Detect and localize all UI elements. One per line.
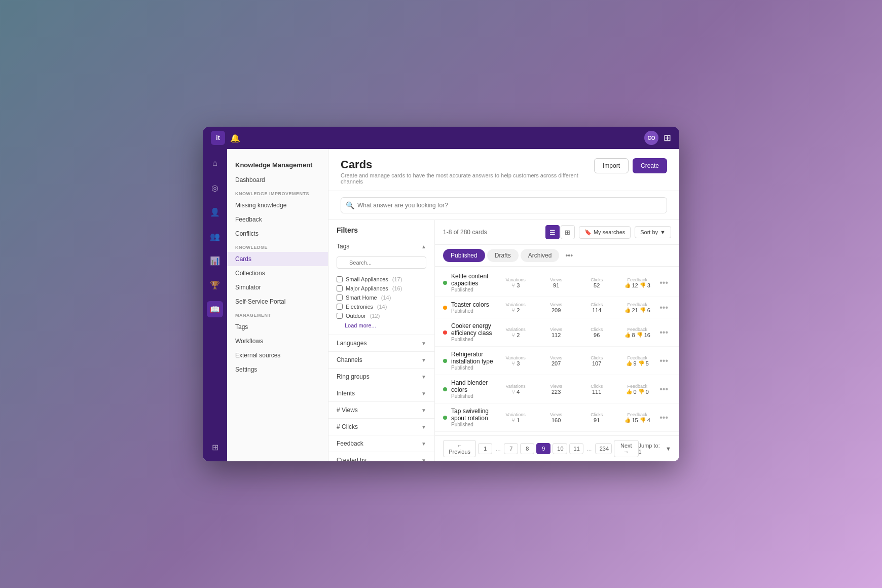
title-bar: it 🔔 CO ⊞ — [203, 127, 679, 149]
two-col-layout: Filters Tags ▲ 🔍 — [328, 220, 679, 461]
page-btn-11[interactable]: 11 — [569, 443, 583, 454]
filter-tags-header[interactable]: Tags ▲ — [328, 238, 434, 254]
grid-icon[interactable]: ⊞ — [664, 132, 671, 143]
page-btn-9[interactable]: 9 — [536, 443, 550, 454]
card-name: Toaster colors — [451, 301, 496, 308]
variation-icon: ⑂ — [511, 417, 515, 423]
tag-checkbox-4[interactable] — [337, 313, 343, 319]
card-more-button[interactable]: ••• — [656, 384, 671, 395]
page-btn-10[interactable]: 10 — [553, 443, 567, 454]
grid-view-button[interactable]: ⊞ — [561, 225, 575, 239]
tab-published[interactable]: Published — [443, 249, 485, 262]
card-more-button[interactable]: ••• — [656, 327, 671, 338]
sort-button[interactable]: Sort by ▼ — [635, 226, 671, 238]
sidebar-item-missing[interactable]: Missing knowledge — [227, 198, 328, 212]
sort-label: Sort by — [640, 229, 658, 235]
filter-views-header[interactable]: # Views ▼ — [328, 402, 434, 418]
jump-to-label: Jump to: 1 — [639, 443, 663, 455]
card-main: Tap swivelling spout rotation Published — [451, 408, 496, 427]
bookmark-icon: 🔖 — [584, 229, 592, 236]
sidebar-item-settings[interactable]: Settings — [227, 362, 328, 377]
sidebar-item-feedback[interactable]: Feedback — [227, 212, 328, 227]
card-more-button[interactable]: ••• — [656, 277, 671, 288]
feedback-label: Feedback — [622, 302, 652, 307]
tag-checkbox-1[interactable] — [337, 285, 343, 291]
thumbs-down-icon: 👎 — [637, 332, 643, 338]
variations-label: Variations — [500, 277, 531, 282]
nav-analytics-icon[interactable]: ◎ — [207, 179, 223, 196]
table-row: Kettle content capacities Published Vari… — [435, 269, 679, 297]
card-more-button[interactable]: ••• — [656, 355, 671, 366]
page-btn-8[interactable]: 8 — [520, 443, 534, 454]
thumbs-up-icon: 👍 — [624, 282, 631, 288]
thumbs-down-icon: 👎 — [640, 282, 646, 288]
tag-count-2: (14) — [381, 295, 391, 301]
filter-ringgroups-header[interactable]: Ring groups ▼ — [328, 369, 434, 385]
nav-users-icon[interactable]: 👤 — [207, 204, 223, 220]
notification-icon[interactable]: 🔔 — [230, 133, 240, 143]
filter-languages-header[interactable]: Languages ▼ — [328, 335, 434, 351]
filter-clicks-header[interactable]: # Clicks ▼ — [328, 419, 434, 435]
sidebar-collections-label: Collections — [235, 270, 265, 277]
card-feedback: Feedback 👍 9 👎 5 — [622, 355, 652, 366]
filter-section-clicks: # Clicks ▼ — [328, 419, 434, 435]
sidebar-item-cards[interactable]: Cards — [227, 252, 328, 266]
tag-checkbox-2[interactable] — [337, 295, 343, 301]
tab-drafts[interactable]: Drafts — [487, 249, 519, 262]
tags-search-input[interactable] — [337, 256, 426, 269]
page-btn-1[interactable]: 1 — [478, 443, 492, 454]
nav-grid-icon[interactable]: ⊞ — [207, 439, 223, 455]
list-view-button[interactable]: ☰ — [545, 225, 560, 239]
avatar[interactable]: CO — [644, 131, 658, 145]
import-button[interactable]: Import — [594, 158, 629, 173]
nav-trophy-icon[interactable]: 🏆 — [207, 277, 223, 293]
card-clicks: Clicks 52 — [581, 277, 612, 288]
sidebar-item-simulator[interactable]: Simulator — [227, 280, 328, 295]
sidebar-item-collections[interactable]: Collections — [227, 266, 328, 280]
sidebar-item-conflicts[interactable]: Conflicts — [227, 227, 328, 241]
views-value: 160 — [541, 417, 571, 423]
filter-section-ringgroups: Ring groups ▼ — [328, 369, 434, 385]
my-searches-button[interactable]: 🔖 My searches — [579, 226, 631, 239]
filter-intents-header[interactable]: Intents ▼ — [328, 385, 434, 401]
next-button[interactable]: Next → — [614, 440, 639, 457]
sidebar-item-selfservice[interactable]: Self-Service Portal — [227, 295, 328, 309]
card-clicks: Clicks 111 — [581, 384, 612, 395]
prev-button[interactable]: ← Previous — [443, 440, 476, 457]
clicks-label: Clicks — [581, 327, 612, 332]
filter-feedback-header[interactable]: Feedback ▼ — [328, 435, 434, 452]
variations-label: Variations — [500, 412, 531, 417]
filter-createdby-header[interactable]: Created by ▼ — [328, 452, 434, 461]
page-btn-7[interactable]: 7 — [504, 443, 518, 454]
tab-archived[interactable]: Archived — [521, 249, 560, 262]
nav-home-icon[interactable]: ⌂ — [207, 155, 223, 171]
sidebar-item-tags[interactable]: Tags — [227, 320, 328, 334]
nav-book-icon[interactable]: 📖 — [207, 301, 223, 317]
create-button[interactable]: Create — [633, 158, 667, 173]
card-more-button[interactable]: ••• — [656, 412, 671, 423]
feedback-label: Feedback — [622, 384, 652, 389]
card-meta: Variations ⑂ 3 Views 91 Clicks 52 Feedba… — [500, 277, 652, 288]
tag-checkbox-0[interactable] — [337, 276, 343, 282]
page-btn-234[interactable]: 234 — [595, 443, 612, 454]
search-input[interactable] — [341, 197, 667, 213]
sidebar-item-dashboard[interactable]: Dashboard — [227, 173, 328, 187]
load-more-link[interactable]: Load more... — [337, 320, 426, 330]
card-views: Views 112 — [541, 327, 571, 338]
tab-more-button[interactable]: ••• — [561, 249, 577, 262]
sidebar-tags-label: Tags — [235, 323, 248, 330]
card-status-label: Published — [451, 287, 496, 292]
page-dots-1: … — [494, 446, 502, 452]
thumbs-up-icon: 👍 — [624, 332, 631, 338]
tag-checkbox-3[interactable] — [337, 304, 343, 310]
views-label: Views — [541, 355, 571, 360]
chevron-down-icon-channels: ▼ — [421, 357, 426, 363]
sidebar-item-external[interactable]: External sources — [227, 348, 328, 362]
sidebar-item-workflows[interactable]: Workflows — [227, 334, 328, 348]
nav-chart-icon[interactable]: 📊 — [207, 252, 223, 269]
card-views: Views 91 — [541, 277, 571, 288]
clicks-label: Clicks — [581, 384, 612, 389]
filter-channels-header[interactable]: Channels ▼ — [328, 352, 434, 368]
card-more-button[interactable]: ••• — [656, 302, 671, 313]
nav-team-icon[interactable]: 👥 — [207, 228, 223, 244]
